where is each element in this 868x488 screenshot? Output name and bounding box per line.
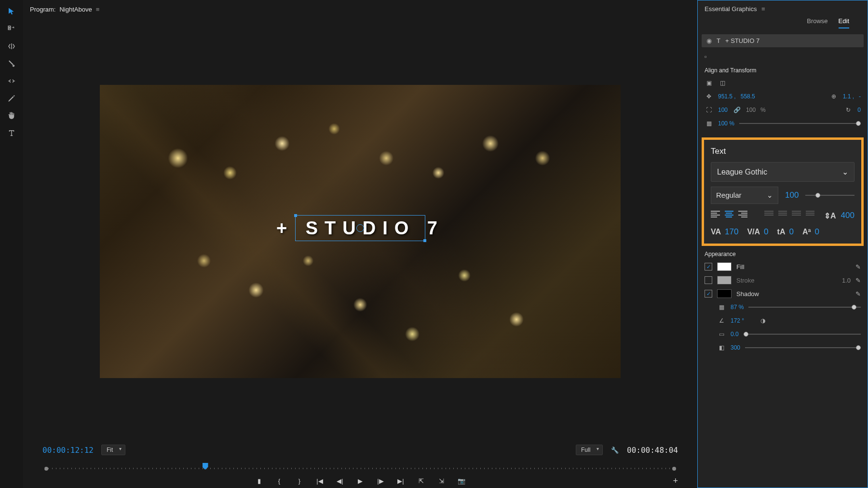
play-icon[interactable]: ▶ <box>356 477 365 485</box>
extract-icon[interactable]: ⇲ <box>437 477 446 485</box>
stroke-swatch[interactable] <box>717 276 732 285</box>
position-y[interactable]: 558.5 <box>741 93 755 100</box>
anchor-point-icon <box>356 224 364 232</box>
shadow-blur-slider[interactable] <box>745 347 861 348</box>
font-size-value[interactable]: 100 <box>785 190 799 200</box>
program-label: Program: <box>30 6 55 13</box>
valign-justify-button[interactable] <box>806 211 815 220</box>
opacity-slider[interactable] <box>739 123 861 124</box>
align-center-icon[interactable]: ◫ <box>718 79 727 87</box>
add-button-icon[interactable]: + <box>673 476 678 486</box>
pen-tool[interactable] <box>5 93 18 104</box>
eyedropper-icon[interactable]: ✎ <box>855 277 861 284</box>
svg-rect-0 <box>8 26 11 27</box>
leading-value[interactable]: 400 <box>841 211 854 220</box>
shadow-blur-value[interactable]: 300 <box>731 344 740 351</box>
step-back-icon[interactable]: ◀| <box>336 477 344 485</box>
ripple-edit-tool[interactable] <box>5 41 18 52</box>
shadow-angle-icon: ∠ <box>717 316 726 325</box>
fill-checkbox[interactable]: ✓ <box>705 263 712 271</box>
align-left-button[interactable] <box>711 211 720 220</box>
leading-icon: ⇕A <box>824 211 836 220</box>
baseline-value[interactable]: 0 <box>789 227 793 237</box>
razor-tool[interactable] <box>5 58 18 69</box>
baseline-icon: tA <box>777 228 786 236</box>
stroke-checkbox[interactable] <box>705 276 712 284</box>
angle-dial-icon[interactable]: ◑ <box>759 316 767 325</box>
essential-graphics-panel: Essential Graphics ≡ Browse Edit ◉ T + S… <box>697 0 868 488</box>
tools-toolbar <box>0 0 23 488</box>
kerning-value[interactable]: 0 <box>764 227 768 237</box>
visibility-icon[interactable]: ◉ <box>706 37 712 44</box>
panel-menu-icon[interactable]: ≡ <box>761 5 765 13</box>
align-transform-section: Align and Transform ▣ ◫ ✥ 951.5 , 558.5 … <box>698 64 868 136</box>
video-frame: + STUDIO 7 <box>100 85 621 378</box>
track-select-tool[interactable] <box>5 23 18 35</box>
type-layer-icon: T <box>717 37 720 44</box>
layer-name: + STUDIO 7 <box>725 37 760 44</box>
scale-w[interactable]: 100 <box>718 107 728 113</box>
tab-edit[interactable]: Edit <box>839 17 849 28</box>
out-point-icon[interactable]: } <box>295 477 304 485</box>
valign-mid-button[interactable] <box>778 211 787 220</box>
eyedropper-icon[interactable]: ✎ <box>855 290 861 298</box>
pin-icon[interactable]: ▫ <box>705 53 707 60</box>
align-right-button[interactable] <box>738 211 747 220</box>
lift-icon[interactable]: ⇱ <box>417 477 425 485</box>
zoom-full-dropdown[interactable]: Full <box>576 445 603 455</box>
position-icon: ✥ <box>705 92 713 101</box>
rotation-value[interactable]: 0 <box>857 107 861 113</box>
anchor-x[interactable]: 1.1 , <box>843 93 854 100</box>
text-section-title: Text <box>711 147 854 156</box>
opacity-value[interactable]: 100 % <box>718 120 734 127</box>
duration-timecode: 00:00:48:04 <box>627 446 678 455</box>
valign-bot-button[interactable] <box>792 211 801 220</box>
zoom-fit-dropdown[interactable]: Fit <box>101 445 125 455</box>
position-x[interactable]: 951.5 , <box>718 93 736 100</box>
selection-tool[interactable] <box>5 6 18 17</box>
align-center-button[interactable] <box>725 211 734 220</box>
layer-item[interactable]: ◉ T + STUDIO 7 <box>702 34 864 47</box>
shadow-blur-icon: ◧ <box>717 343 726 352</box>
tracking-value[interactable]: 170 <box>725 227 738 237</box>
mark-in-icon[interactable]: ▮ <box>255 477 263 485</box>
panel-menu-icon[interactable]: ≡ <box>96 6 100 13</box>
shadow-distance-value[interactable]: 0.0 <box>731 331 739 338</box>
shadow-angle-value[interactable]: 172 ° <box>731 317 744 324</box>
fill-swatch[interactable] <box>717 262 732 271</box>
wrench-icon[interactable]: 🔧 <box>610 446 619 454</box>
hand-tool[interactable] <box>5 110 18 122</box>
font-style-dropdown[interactable]: Regular ⌄ <box>711 187 778 204</box>
kerning-icon: V/A <box>747 228 760 236</box>
title-bounding-box[interactable]: + STUDIO 7 <box>295 215 425 241</box>
tab-browse[interactable]: Browse <box>807 17 827 28</box>
current-timecode[interactable]: 00:00:12:12 <box>42 446 94 455</box>
link-icon[interactable]: 🔗 <box>732 106 741 114</box>
tsume-value[interactable]: 0 <box>814 227 819 237</box>
go-to-in-icon[interactable]: |◀ <box>315 477 324 485</box>
eyedropper-icon[interactable]: ✎ <box>855 263 861 271</box>
align-box-icon[interactable]: ▣ <box>705 79 713 87</box>
go-to-out-icon[interactable]: ▶| <box>396 477 405 485</box>
slip-tool[interactable] <box>5 75 18 87</box>
program-name: NightAbove <box>59 6 92 13</box>
timeline-scrubber[interactable] <box>44 460 676 472</box>
shadow-distance-slider[interactable] <box>744 334 861 335</box>
anchor-y[interactable]: - <box>859 93 861 100</box>
shadow-label: Shadow <box>736 290 759 298</box>
type-tool[interactable] <box>5 127 18 139</box>
step-forward-icon[interactable]: |▶ <box>376 477 385 485</box>
shadow-opacity-slider[interactable] <box>748 307 861 308</box>
video-monitor[interactable]: + STUDIO 7 <box>23 18 697 435</box>
shadow-checkbox[interactable]: ✓ <box>705 290 712 298</box>
stroke-width[interactable]: 1.0 <box>842 277 851 284</box>
shadow-opacity-value[interactable]: 87 % <box>731 304 744 311</box>
appearance-section: Appearance ✓ Fill ✎ Stroke 1.0 ✎ ✓ Shado… <box>698 248 868 360</box>
valign-top-button[interactable] <box>764 211 773 220</box>
export-frame-icon[interactable]: 📷 <box>457 477 466 485</box>
font-family-dropdown[interactable]: League Gothic ⌄ <box>711 162 854 182</box>
font-size-slider[interactable] <box>805 195 854 196</box>
shadow-swatch[interactable] <box>717 289 732 298</box>
shadow-opacity-icon: ▦ <box>717 303 726 312</box>
in-point-icon[interactable]: { <box>275 477 284 485</box>
